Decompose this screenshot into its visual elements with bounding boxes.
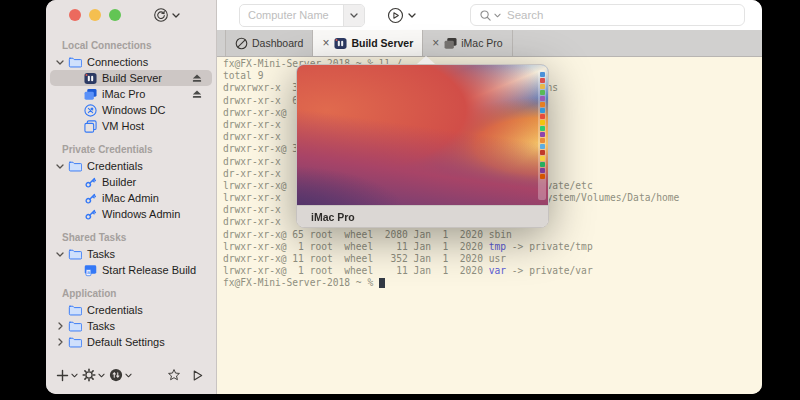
- screen-thumbnail: [297, 65, 548, 205]
- popup-body: iMac Pro: [296, 64, 549, 228]
- sidebar: Local ConnectionsConnectionsBuild Server…: [46, 0, 217, 394]
- dock-app-icon: [540, 174, 545, 179]
- sidebar-item-start-release-build[interactable]: aStart Release Build: [50, 262, 212, 278]
- connect-play-button[interactable]: [191, 369, 204, 382]
- section-header-private-credentials: Private Credentials: [62, 143, 216, 156]
- connect-button[interactable]: [153, 7, 180, 23]
- sidebar-item-label: Connections: [87, 56, 148, 68]
- sidebar-item-build-server[interactable]: Build Server: [50, 70, 212, 86]
- chevron-right-icon[interactable]: [56, 338, 64, 346]
- main-toolbar: [217, 0, 762, 30]
- sidebar-item-builder[interactable]: Builder: [50, 174, 212, 190]
- chevron-down-icon[interactable]: [56, 252, 64, 257]
- folder-icon: [68, 335, 82, 349]
- sidebar-bottom-toolbar: [46, 360, 216, 394]
- terminal-line: drwxr-xr-x@ 65 root wheel 2080 Jan 1 202…: [223, 229, 762, 241]
- tab-bar: Dashboard×Build Server×iMac Pro: [217, 30, 762, 57]
- favorite-star-button[interactable]: [167, 368, 181, 382]
- tab-imac-pro[interactable]: ×iMac Pro: [423, 30, 512, 56]
- sidebar-item-connections[interactable]: Connections: [50, 54, 212, 70]
- section-header-application: Application: [62, 287, 216, 300]
- eject-button[interactable]: [191, 72, 203, 84]
- dock-app-icon: [540, 150, 545, 155]
- imac-pro-icon: [83, 87, 97, 101]
- build-server-icon: [334, 37, 347, 50]
- sidebar-item-tasks[interactable]: Tasks: [50, 246, 212, 262]
- tab-dashboard[interactable]: Dashboard: [225, 30, 313, 56]
- dock-app-icon: [540, 102, 545, 107]
- dock-app-icon: [540, 90, 545, 95]
- chevron-right-icon[interactable]: [56, 322, 64, 330]
- settings-gear-button[interactable]: [82, 368, 105, 382]
- sidebar-item-tasks[interactable]: Tasks: [50, 318, 212, 334]
- tab-label: iMac Pro: [461, 37, 502, 49]
- dock-app-icon: [540, 126, 545, 131]
- sidebar-item-label: iMac Pro: [102, 88, 145, 100]
- key-icon: [83, 175, 97, 189]
- eject-button[interactable]: [191, 88, 203, 100]
- search-input[interactable]: [503, 9, 744, 21]
- sidebar-item-imac-pro[interactable]: iMac Pro: [50, 86, 212, 102]
- tab-label: Build Server: [351, 37, 413, 49]
- app-window: Local ConnectionsConnectionsBuild Server…: [46, 0, 762, 394]
- sidebar-item-vm-host[interactable]: VM Host: [50, 118, 212, 134]
- chevron-down-icon[interactable]: [494, 13, 501, 18]
- sidebar-item-windows-dc[interactable]: Windows DC: [50, 102, 212, 118]
- computer-name-input[interactable]: [240, 5, 343, 26]
- terminal-line: drwxr-xr-x@ 11 root wheel 352 Jan 1 2020…: [223, 253, 762, 265]
- close-window-button[interactable]: [69, 9, 81, 21]
- terminal-cursor: [379, 278, 385, 289]
- dock-app-icon: [540, 96, 545, 101]
- play-circle-icon: [387, 7, 404, 24]
- connect-play-toolbar-button[interactable]: [387, 7, 416, 24]
- sidebar-item-label: Builder: [102, 176, 136, 188]
- section-header-shared-tasks: Shared Tasks: [62, 231, 216, 244]
- dock-app-icon: [540, 162, 545, 167]
- chevron-down-icon: [408, 13, 416, 18]
- chevron-down-icon[interactable]: [56, 60, 64, 65]
- sidebar-item-label: Credentials: [87, 304, 143, 316]
- chevron-down-icon[interactable]: [343, 5, 364, 26]
- sidebar-item-imac-admin[interactable]: iMac Admin: [50, 190, 212, 206]
- dock-app-icon: [540, 84, 545, 89]
- sidebar-item-label: Tasks: [87, 320, 115, 332]
- dock-app-icon: [540, 132, 545, 137]
- sidebar-item-label: VM Host: [102, 120, 144, 132]
- folder-icon: [68, 303, 82, 317]
- chevron-down-icon: [125, 373, 132, 378]
- sidebar-item-label: Start Release Build: [102, 264, 196, 276]
- chevron-down-icon: [172, 13, 180, 18]
- chevron-down-icon: [98, 373, 105, 378]
- folder-icon: [68, 159, 82, 173]
- terminal-line: lrwxr-xr-x@ 1 root wheel 11 Jan 1 2020 v…: [223, 265, 762, 277]
- imac-pro-dark-icon: [444, 37, 457, 50]
- close-tab-icon[interactable]: ×: [322, 36, 329, 50]
- dock-app-icon: [540, 108, 545, 113]
- sort-order-button[interactable]: [109, 368, 132, 382]
- sidebar-item-credentials[interactable]: Credentials: [50, 158, 212, 174]
- close-tab-icon[interactable]: ×: [432, 36, 439, 50]
- add-button[interactable]: [56, 369, 78, 382]
- tab-label: Dashboard: [252, 37, 303, 49]
- zoom-window-button[interactable]: [109, 9, 121, 21]
- sidebar-item-default-settings[interactable]: Default Settings: [50, 334, 212, 350]
- chevron-down-icon[interactable]: [56, 164, 64, 169]
- dock-app-icon: [540, 138, 545, 143]
- dock-strip: [538, 70, 546, 200]
- search-field[interactable]: [470, 4, 745, 26]
- tab-build-server[interactable]: ×Build Server: [313, 30, 423, 56]
- dock-app-icon: [540, 78, 545, 83]
- build-server-icon: [83, 71, 97, 85]
- key-icon: [83, 191, 97, 205]
- computer-name-combobox[interactable]: [239, 4, 365, 27]
- minimize-window-button[interactable]: [89, 9, 101, 21]
- sidebar-item-credentials[interactable]: Credentials: [50, 302, 212, 318]
- symlink-name: tmp: [489, 241, 506, 252]
- connect-sync-icon: [153, 7, 169, 23]
- dashboard-icon: [235, 37, 248, 50]
- folder-icon: [68, 247, 82, 261]
- symlink-name: var: [489, 265, 506, 276]
- folder-icon: [68, 55, 82, 69]
- dock-app-icon: [540, 114, 545, 119]
- sidebar-item-windows-admin[interactable]: Windows Admin: [50, 206, 212, 222]
